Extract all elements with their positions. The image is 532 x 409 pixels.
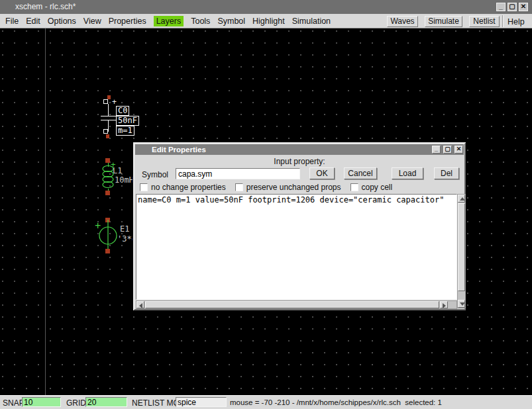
scroll-down-button[interactable] <box>458 300 465 308</box>
checkbox-label: copy cell <box>362 183 393 192</box>
pin <box>105 158 110 163</box>
arrow-left-icon <box>139 303 142 308</box>
checkbox-group: copy cell <box>350 183 393 192</box>
pin <box>105 249 110 253</box>
vertical-scrollbar[interactable] <box>457 194 466 308</box>
close-icon: ✕ <box>456 146 462 152</box>
scroll-left-button[interactable] <box>136 301 144 308</box>
pin-label <box>106 134 109 138</box>
status-bar: SNAP: GRID: NETLIST MODE: mouse = -70 -2… <box>0 395 532 409</box>
copy-cell-checkbox[interactable] <box>350 183 358 191</box>
component-ref: E1 <box>120 225 129 234</box>
window-close-button[interactable]: ✕ <box>519 3 528 11</box>
dialog-close-button[interactable]: ✕ <box>454 146 463 154</box>
netlist-mode-input[interactable] <box>176 397 227 407</box>
scroll-right-button[interactable] <box>440 301 448 308</box>
cancel-button[interactable]: Cancel <box>344 167 377 179</box>
maximize-icon: ▢ <box>445 146 451 152</box>
menu-tools[interactable]: Tools <box>191 17 210 26</box>
checkbox-group: no change properties <box>140 183 226 192</box>
menu-options[interactable]: Options <box>48 17 76 26</box>
del-button[interactable]: Del <box>434 167 459 179</box>
menu-edit[interactable]: Edit <box>26 17 40 26</box>
menu-bar: File Edit Options View Properties Layers… <box>0 14 532 28</box>
mouse-status-text: mouse = -70 -210 - /mnt/x/home/schippes/… <box>230 398 442 406</box>
symbol-label: Symbol <box>142 170 168 179</box>
minimize-icon: _ <box>435 146 438 152</box>
property-text-area[interactable]: name=C0 m=1 value=50nF footprint=1206 de… <box>136 194 457 300</box>
source-circle <box>98 218 119 253</box>
window-maximize-button[interactable]: ▢ <box>507 3 517 11</box>
wire <box>108 120 109 132</box>
polarity-plus: + <box>112 99 117 105</box>
menu-symbol[interactable]: Symbol <box>217 17 245 26</box>
maximize-icon: ▢ <box>509 3 515 10</box>
horizontal-scrollbar[interactable] <box>136 300 457 309</box>
preserve-unchanged-props-checkbox[interactable] <box>235 183 243 191</box>
xschem-window: xschem - rlc.sch* _ ▢ ✕ File Edit Option… <box>0 0 532 409</box>
menu-separator <box>502 15 503 27</box>
menu-highlight[interactable]: Highlight <box>252 17 285 26</box>
component-value: 50nF <box>116 116 139 126</box>
scroll-up-button[interactable] <box>458 195 465 203</box>
pin-marker <box>103 129 108 134</box>
capacitor-plate <box>101 116 116 116</box>
menu-file[interactable]: File <box>5 17 19 26</box>
arrow-right-icon <box>443 303 446 308</box>
arrow-up-icon <box>460 197 465 201</box>
dialog-maximize-button[interactable]: ▢ <box>443 146 452 154</box>
component-ref: L1 <box>113 167 122 175</box>
menu-layers[interactable]: Layers <box>154 16 184 26</box>
pin <box>105 191 110 195</box>
wire <box>108 104 109 116</box>
close-icon: ✕ <box>521 3 526 10</box>
checkbox-label: no change properties <box>151 183 226 192</box>
dialog-minimize-button[interactable]: _ <box>432 146 441 154</box>
component-mult: m=1 <box>116 126 134 136</box>
ok-button[interactable]: OK <box>309 167 335 179</box>
vscroll-thumb[interactable] <box>458 203 465 291</box>
load-button[interactable]: Load <box>392 167 423 179</box>
netlist-button[interactable]: Netlist <box>469 16 500 27</box>
component-value: 10mH <box>115 176 134 185</box>
checkbox-group: preserve unchanged props <box>235 183 341 192</box>
checkbox-label: preserve unchanged props <box>246 183 341 192</box>
symbol-input[interactable] <box>176 168 300 179</box>
axis-line <box>45 28 46 395</box>
minimize-icon: _ <box>499 3 503 10</box>
no-change-properties-checkbox[interactable] <box>140 183 148 191</box>
menu-view[interactable]: View <box>83 17 101 26</box>
simulate-button[interactable]: Simulate <box>425 16 462 27</box>
menu-help[interactable]: Help <box>507 17 525 26</box>
checkbox-row: no change properties preserve unchanged … <box>140 183 392 192</box>
hscroll-thumb[interactable] <box>145 301 439 308</box>
dialog-titlebar[interactable]: Edit Properties _ ▢ ✕ <box>135 144 464 155</box>
window-title: xschem - rlc.sch* <box>15 2 76 11</box>
menu-properties[interactable]: Properties <box>109 17 146 26</box>
arrow-down-icon <box>460 302 465 306</box>
window-titlebar[interactable]: xschem - rlc.sch* _ ▢ ✕ <box>0 0 532 14</box>
waves-button[interactable]: Waves <box>387 16 418 27</box>
window-minimize-button[interactable]: _ <box>496 3 505 11</box>
grid-input[interactable] <box>85 397 127 407</box>
snap-input[interactable] <box>22 397 61 407</box>
dialog-title: Edit Properties <box>152 146 206 154</box>
menu-simulation[interactable]: Simulation <box>292 17 331 26</box>
component-ref: C0 <box>116 106 129 116</box>
edit-properties-dialog: Edit Properties _ ▢ ✕ Input property: Sy… <box>133 142 466 311</box>
pin-marker <box>103 99 108 104</box>
input-property-label: Input property: <box>133 157 466 166</box>
